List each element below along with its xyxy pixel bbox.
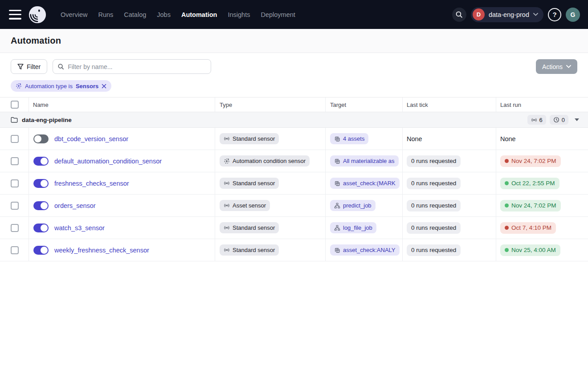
sensor-name-link[interactable]: weekly_freshness_check_sensor xyxy=(54,247,149,254)
sensor-type-badge: Standard sensor xyxy=(220,222,279,233)
last-run-status-badge[interactable]: Nov 24, 7:02 PM xyxy=(500,155,561,167)
last-tick-badge: 0 runs requested xyxy=(407,155,461,167)
nav-item-catalog[interactable]: Catalog xyxy=(119,8,151,22)
top-nav: Overview Runs Catalog Jobs Automation In… xyxy=(0,0,588,29)
run-status-dot-icon xyxy=(505,226,509,230)
chevron-down-icon xyxy=(566,65,571,68)
job-icon xyxy=(334,225,340,231)
sensor-name-link[interactable]: dbt_code_version_sensor xyxy=(54,135,128,142)
sensor-name-link[interactable]: watch_s3_sensor xyxy=(54,224,105,232)
table-row: dbt_code_version_sensorStandard sensor4 … xyxy=(0,128,588,150)
column-header-type[interactable]: Type xyxy=(215,98,325,112)
table-row: weekly_freshness_check_sensorStandard se… xyxy=(0,239,588,261)
target-link-badge[interactable]: asset_check:ANALY xyxy=(330,244,400,256)
column-header-last-tick[interactable]: Last tick xyxy=(402,98,496,112)
target-link-badge[interactable]: log_file_job xyxy=(330,222,376,233)
run-status-dot-icon xyxy=(505,248,509,252)
filter-button[interactable]: Filter xyxy=(11,59,47,74)
schedule-count: 0 xyxy=(562,117,565,123)
table-row: watch_s3_sensorStandard sensorlog_file_j… xyxy=(0,217,588,239)
sensor-enabled-toggle[interactable] xyxy=(33,246,49,255)
row-checkbox[interactable] xyxy=(11,157,19,165)
sensor-enabled-toggle[interactable] xyxy=(33,157,49,166)
name-filter-input[interactable] xyxy=(68,63,206,70)
dagster-logo-icon[interactable] xyxy=(28,5,47,24)
sensor-icon xyxy=(224,203,230,208)
automation-condition-icon xyxy=(224,158,230,164)
nav-item-jobs[interactable]: Jobs xyxy=(152,8,175,22)
last-run-status-badge[interactable]: Oct 22, 2:55 PM xyxy=(500,178,559,189)
last-run-status-badge[interactable]: Oct 7, 4:10 PM xyxy=(500,222,556,234)
last-tick-badge: 0 runs requested xyxy=(407,178,461,189)
repo-group-name: data-eng-pipeline xyxy=(22,117,72,123)
sensor-type-badge: Standard sensor xyxy=(220,133,279,144)
sensor-enabled-toggle[interactable] xyxy=(33,134,49,143)
row-checkbox[interactable] xyxy=(11,246,19,254)
filter-chip-value: Sensors xyxy=(76,83,98,89)
funnel-icon xyxy=(17,64,24,70)
filter-chip-label: Automation type is xyxy=(25,83,73,89)
row-checkbox[interactable] xyxy=(11,224,19,232)
table-row: orders_sensorAsset sensorpredict_job0 ru… xyxy=(0,195,588,217)
nav-right: D data-eng-prod ? G xyxy=(452,7,580,22)
run-status-dot-icon xyxy=(505,203,509,207)
avatar[interactable]: G xyxy=(566,8,580,22)
nav-item-overview[interactable]: Overview xyxy=(56,8,92,22)
sensor-name-link[interactable]: freshness_checks_sensor xyxy=(54,180,129,187)
hamburger-menu-icon[interactable] xyxy=(9,10,21,20)
row-checkbox[interactable] xyxy=(11,179,19,187)
last-run-status-badge[interactable]: Nov 25, 4:00 AM xyxy=(500,244,560,256)
job-icon xyxy=(334,203,340,209)
page-title: Automation xyxy=(11,36,61,46)
run-status-dot-icon xyxy=(505,159,509,163)
asset-icon xyxy=(334,180,340,187)
last-run-status-badge[interactable]: Nov 24, 7:02 PM xyxy=(500,200,561,211)
remove-filter-icon[interactable] xyxy=(102,84,106,89)
asset-icon xyxy=(334,136,340,142)
table-row: freshness_checks_sensorStandard sensoras… xyxy=(0,172,588,195)
search-icon[interactable] xyxy=(452,8,466,22)
nav-items: Overview Runs Catalog Jobs Automation In… xyxy=(56,8,300,22)
workspace-switcher[interactable]: D data-eng-prod xyxy=(471,7,543,22)
filter-chip-automation-type[interactable]: Automation type is Sensors xyxy=(11,80,111,92)
sensor-enabled-toggle[interactable] xyxy=(33,201,49,210)
select-all-checkbox[interactable] xyxy=(11,101,19,109)
actions-button-label: Actions xyxy=(542,63,563,70)
clock-icon xyxy=(553,117,559,123)
sensor-type-badge: Automation condition sensor xyxy=(220,155,310,167)
last-tick-badge: 0 runs requested xyxy=(407,222,461,234)
column-header-last-run[interactable]: Last run xyxy=(496,98,588,112)
sensor-icon xyxy=(531,117,537,123)
chevron-down-icon xyxy=(533,13,538,16)
help-icon[interactable]: ? xyxy=(548,8,561,21)
sensor-type-badge: Standard sensor xyxy=(220,244,279,256)
sensor-name-link[interactable]: default_automation_condition_sensor xyxy=(54,158,162,165)
column-header-target[interactable]: Target xyxy=(325,98,402,112)
column-header-name[interactable]: Name xyxy=(29,98,215,112)
repo-group-row[interactable]: data-eng-pipeline 6 0 xyxy=(0,112,588,128)
sensor-count: 6 xyxy=(539,117,543,123)
sensor-icon xyxy=(224,225,230,231)
target-link-badge[interactable]: predict_job xyxy=(330,200,376,211)
nav-item-deployment[interactable]: Deployment xyxy=(256,8,299,22)
sensor-enabled-toggle[interactable] xyxy=(33,179,49,188)
last-tick-badge: 0 runs requested xyxy=(407,200,461,211)
sensor-icon xyxy=(224,136,230,142)
target-link-badge[interactable]: 4 assets xyxy=(330,133,368,144)
nav-item-runs[interactable]: Runs xyxy=(94,8,118,22)
sensor-name-link[interactable]: orders_sensor xyxy=(54,202,96,209)
name-filter-field[interactable] xyxy=(53,59,211,74)
target-link-badge[interactable]: asset_check:(MARK xyxy=(330,178,400,189)
nav-item-insights[interactable]: Insights xyxy=(223,8,254,22)
actions-button[interactable]: Actions xyxy=(536,59,577,74)
search-icon xyxy=(57,63,64,70)
target-link-badge[interactable]: All materializable as xyxy=(330,155,399,167)
collapse-group-icon[interactable] xyxy=(575,118,579,121)
sensor-enabled-toggle[interactable] xyxy=(33,224,49,232)
asset-icon xyxy=(334,247,340,253)
filter-button-label: Filter xyxy=(27,63,41,70)
page-header: Automation xyxy=(0,29,588,53)
nav-item-automation[interactable]: Automation xyxy=(177,8,222,22)
row-checkbox[interactable] xyxy=(11,202,19,210)
row-checkbox[interactable] xyxy=(11,135,19,143)
